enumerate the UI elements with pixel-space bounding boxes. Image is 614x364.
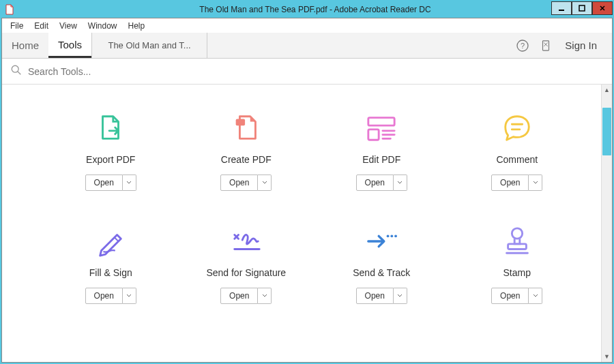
- open-button[interactable]: Open: [491, 175, 529, 191]
- edit-pdf-icon: [365, 112, 398, 145]
- svg-point-5: [12, 65, 18, 72]
- svg-rect-4: [543, 40, 549, 50]
- tool-stamp: Stamp Open: [450, 225, 585, 304]
- sign-in-link[interactable]: Sign In: [562, 40, 600, 51]
- svg-point-11: [394, 234, 397, 237]
- tab-home[interactable]: Home: [2, 33, 48, 58]
- fill-sign-icon: [94, 225, 127, 258]
- tool-send-track: Send & Track Open: [314, 225, 450, 304]
- top-tabbar: Home Tools The Old Man and T... ? Sign I…: [2, 33, 612, 59]
- tool-label: Export PDF: [86, 154, 135, 165]
- tool-fill-sign: Fill & Sign Open: [43, 225, 179, 304]
- tool-label: Comment: [496, 154, 538, 165]
- svg-point-12: [512, 228, 522, 239]
- open-dropdown[interactable]: [123, 288, 136, 304]
- close-button[interactable]: [592, 1, 613, 15]
- comment-icon: [501, 112, 533, 145]
- search-icon: [10, 64, 23, 79]
- app-inner: File Edit View Window Help Home Tools Th…: [1, 18, 613, 363]
- tool-label: Send & Track: [353, 267, 410, 278]
- tool-create-pdf: Create PDF Open: [179, 112, 315, 191]
- tools-grid: Export PDF Open Create PDF Open: [2, 85, 612, 304]
- open-split: Open: [356, 288, 407, 304]
- tool-label: Fill & Sign: [89, 267, 132, 278]
- open-split: Open: [220, 175, 272, 191]
- svg-rect-8: [368, 130, 379, 140]
- svg-text:?: ?: [521, 42, 525, 50]
- open-dropdown[interactable]: [394, 175, 407, 191]
- create-pdf-icon: [230, 112, 263, 145]
- tool-comment: Comment Open: [450, 112, 585, 191]
- svg-rect-7: [368, 118, 394, 126]
- tool-export-pdf: Export PDF Open: [43, 112, 179, 191]
- app-window: The Old Man and The Sea PDF.pdf - Adobe …: [0, 0, 614, 364]
- open-split: Open: [220, 288, 272, 304]
- minimize-button[interactable]: [551, 1, 572, 15]
- tool-edit-pdf: Edit PDF Open: [314, 112, 450, 191]
- search-input[interactable]: [28, 66, 604, 77]
- svg-rect-13: [508, 244, 526, 249]
- tool-label: Stamp: [503, 267, 531, 278]
- maximize-button[interactable]: [572, 1, 592, 15]
- vertical-scrollbar[interactable]: ▲ ▼: [601, 85, 612, 362]
- tools-content: Export PDF Open Create PDF Open: [2, 85, 612, 362]
- scroll-up-button[interactable]: ▲: [602, 85, 612, 95]
- open-button[interactable]: Open: [220, 288, 258, 304]
- export-pdf-icon: [94, 112, 127, 145]
- menu-edit[interactable]: Edit: [29, 20, 54, 32]
- app-icon: [4, 4, 15, 15]
- menu-file[interactable]: File: [5, 20, 29, 32]
- menubar: File Edit View Window Help: [2, 18, 612, 33]
- open-button[interactable]: Open: [356, 288, 394, 304]
- open-split: Open: [491, 175, 542, 191]
- scroll-thumb[interactable]: [602, 108, 611, 155]
- window-title: The Old Man and The Sea PDF.pdf - Adobe …: [18, 5, 613, 14]
- open-dropdown[interactable]: [258, 175, 272, 191]
- open-button[interactable]: Open: [356, 175, 394, 191]
- tool-label: Create PDF: [221, 154, 272, 165]
- tool-send-signature: Send for Signature Open: [179, 225, 315, 304]
- top-tabs-left: Home Tools The Old Man and T...: [2, 33, 207, 58]
- open-button[interactable]: Open: [85, 288, 123, 304]
- help-icon[interactable]: ?: [516, 39, 529, 52]
- menu-window[interactable]: Window: [83, 20, 123, 32]
- tab-tools[interactable]: Tools: [48, 33, 91, 58]
- menu-view[interactable]: View: [54, 20, 83, 32]
- open-button[interactable]: Open: [491, 288, 529, 304]
- stamp-icon: [501, 225, 533, 258]
- scroll-down-button[interactable]: ▼: [602, 351, 612, 362]
- svg-rect-0: [559, 10, 564, 11]
- open-dropdown[interactable]: [258, 288, 272, 304]
- open-split: Open: [85, 288, 136, 304]
- scroll-track[interactable]: [602, 95, 612, 351]
- svg-rect-6: [235, 119, 244, 126]
- send-track-icon: [365, 225, 398, 258]
- mobile-icon[interactable]: [539, 39, 553, 52]
- open-dropdown[interactable]: [529, 288, 542, 304]
- menu-help[interactable]: Help: [123, 20, 151, 32]
- open-split: Open: [491, 288, 542, 304]
- open-dropdown[interactable]: [529, 175, 542, 191]
- search-bar: [2, 59, 612, 85]
- window-controls: [551, 1, 613, 15]
- open-dropdown[interactable]: [123, 175, 136, 191]
- open-button[interactable]: Open: [220, 175, 258, 191]
- tool-label: Send for Signature: [206, 267, 286, 278]
- top-tabs-right: ? Sign In: [516, 33, 612, 58]
- svg-rect-1: [579, 5, 585, 11]
- svg-point-10: [391, 234, 394, 237]
- titlebar: The Old Man and The Sea PDF.pdf - Adobe …: [1, 1, 613, 18]
- open-dropdown[interactable]: [394, 288, 407, 304]
- open-split: Open: [356, 175, 407, 191]
- send-signature-icon: [230, 225, 263, 258]
- tool-label: Edit PDF: [362, 154, 400, 165]
- open-split: Open: [85, 175, 136, 191]
- svg-point-9: [387, 234, 390, 237]
- tab-document[interactable]: The Old Man and T...: [91, 33, 207, 58]
- open-button[interactable]: Open: [85, 175, 123, 191]
